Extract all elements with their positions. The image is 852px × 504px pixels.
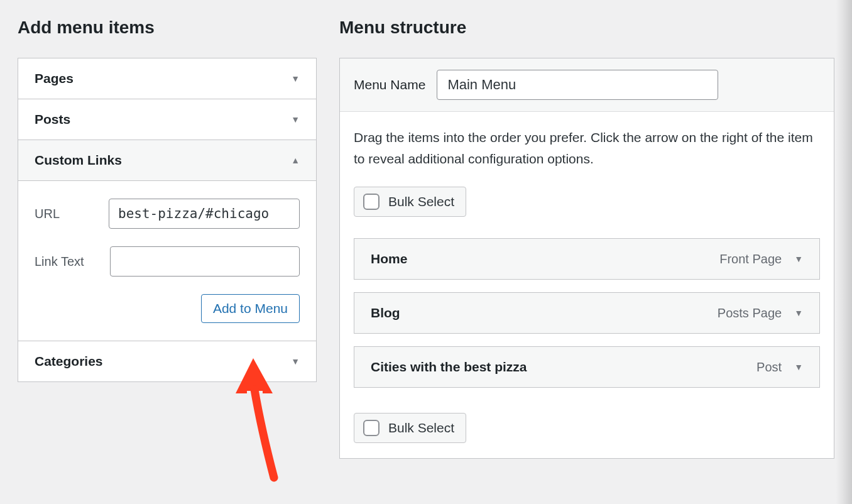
- menu-item-type: Front Page: [719, 252, 782, 266]
- bulk-select-label: Bulk Select: [388, 420, 454, 436]
- bulk-select-checkbox[interactable]: [363, 194, 380, 210]
- link-text-input[interactable]: [110, 246, 300, 277]
- url-label: URL: [35, 207, 109, 221]
- accordion-label: Pages: [35, 71, 74, 86]
- accordion-label: Posts: [35, 112, 70, 127]
- menu-item-type: Posts Page: [718, 306, 782, 320]
- add-menu-items-heading: Add menu items: [18, 18, 317, 38]
- chevron-up-icon: ▲: [291, 155, 300, 165]
- add-to-menu-button[interactable]: Add to Menu: [201, 294, 300, 323]
- accordion-label: Categories: [35, 354, 103, 369]
- menu-name-label: Menu Name: [354, 77, 425, 92]
- bulk-select-bottom[interactable]: Bulk Select: [354, 413, 466, 443]
- menu-item-cities[interactable]: Cities with the best pizza Post ▼: [354, 346, 820, 388]
- accordion-pages[interactable]: Pages ▼: [18, 58, 316, 99]
- menu-items-list: Home Front Page ▼ Blog Posts Page ▼: [354, 238, 820, 388]
- menu-name-input[interactable]: [437, 70, 718, 100]
- menu-item-title: Home: [371, 251, 407, 266]
- accordion-custom-links[interactable]: Custom Links ▲: [18, 140, 316, 180]
- menu-structure-heading: Menu structure: [339, 18, 834, 38]
- link-text-label: Link Text: [35, 255, 110, 269]
- chevron-down-icon: ▼: [291, 114, 300, 124]
- menu-panel: Menu Name Drag the items into the order …: [339, 58, 834, 459]
- chevron-down-icon[interactable]: ▼: [794, 308, 803, 318]
- menu-item-home[interactable]: Home Front Page ▼: [354, 238, 820, 280]
- menu-header: Menu Name: [340, 58, 834, 112]
- bulk-select-label: Bulk Select: [388, 194, 454, 209]
- chevron-down-icon: ▼: [291, 74, 300, 84]
- menu-instructions: Drag the items into the order you prefer…: [354, 127, 820, 169]
- menu-item-title: Blog: [371, 305, 400, 320]
- chevron-down-icon: ▼: [291, 356, 300, 366]
- url-input[interactable]: [109, 199, 300, 229]
- menu-item-title: Cities with the best pizza: [371, 359, 527, 375]
- menu-item-blog[interactable]: Blog Posts Page ▼: [354, 292, 820, 334]
- chevron-down-icon[interactable]: ▼: [794, 254, 803, 264]
- custom-links-body: URL Link Text Add to Menu: [18, 180, 316, 341]
- bulk-select-checkbox[interactable]: [363, 420, 380, 436]
- accordion-label: Custom Links: [35, 153, 122, 168]
- accordion-categories[interactable]: Categories ▼: [18, 341, 316, 381]
- bulk-select-top[interactable]: Bulk Select: [354, 187, 466, 217]
- accordion-posts[interactable]: Posts ▼: [18, 99, 316, 140]
- accordion-container: Pages ▼ Posts ▼ Custom Links ▲: [18, 58, 317, 382]
- menu-item-type: Post: [756, 360, 782, 375]
- chevron-down-icon[interactable]: ▼: [794, 362, 803, 372]
